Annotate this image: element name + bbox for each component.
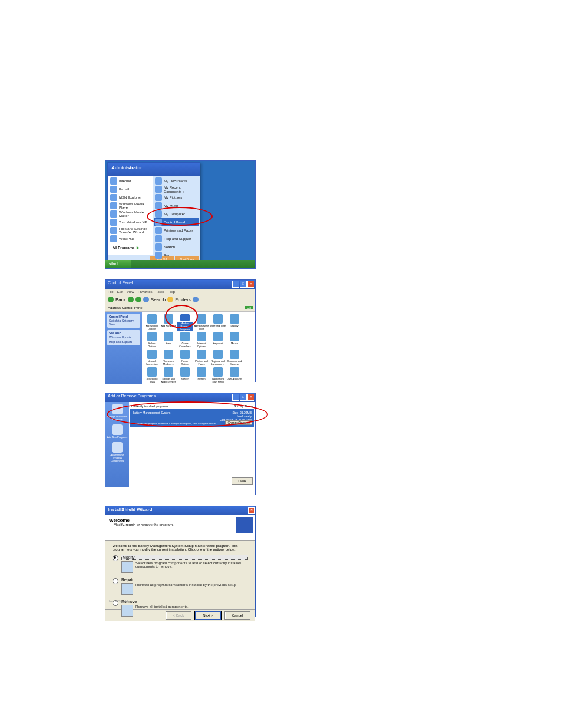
close-button[interactable]: Close [232, 477, 253, 485]
cp-icon-keyboard[interactable]: Keyboard [210, 332, 226, 348]
cp-icon-mouse[interactable]: Mouse [227, 332, 242, 348]
cp-icon-display[interactable]: Display [227, 314, 242, 331]
cp-icon-date-and-time[interactable]: Date and Time [210, 314, 226, 331]
search-label[interactable]: Search [151, 297, 166, 302]
screenshot-start-menu: Administrator Internet E-mail MSN Explor… [105, 160, 256, 269]
start-item-mydocs[interactable]: My Documents [154, 177, 199, 185]
menu-view[interactable]: View [127, 290, 134, 294]
back-icon[interactable] [108, 297, 114, 302]
cp-icon-taskbar-and-start-menu[interactable]: Taskbar and Start Menu [210, 367, 226, 384]
cp-icon-add-or-remove-programs[interactable]: Add or Remove Programs [177, 314, 193, 331]
windows-components-tab[interactable]: Add/Remove Windows Components [106, 442, 128, 462]
add-new-programs-tab[interactable]: Add New Programs [106, 424, 128, 439]
start-button[interactable]: start [105, 260, 131, 268]
cp-icon-user-accounts[interactable]: User Accounts [227, 367, 242, 384]
folders-icon[interactable] [167, 297, 173, 302]
applet-label: Display [230, 324, 238, 327]
cp-icon-network-connections[interactable]: Network Connections [144, 350, 160, 366]
maximize-button[interactable]: □ [240, 281, 247, 288]
program-name: Battery Management System [133, 411, 170, 414]
cp-icon-administrative-tools[interactable]: Administrative Tools [194, 314, 209, 331]
cp-icon-speech[interactable]: Speech [177, 367, 193, 384]
sort-by-value[interactable]: Name [245, 404, 253, 408]
modify-icon [121, 561, 133, 573]
folders-label[interactable]: Folders [175, 297, 191, 302]
minimize-button[interactable]: _ [232, 281, 239, 288]
applet-label: Sounds and Audio Devices [161, 377, 176, 383]
cp-icon-power-options[interactable]: Power Options [177, 350, 193, 366]
start-item-internet[interactable]: Internet [109, 177, 151, 185]
start-item-recent[interactable]: My Recent Documents ▸ [154, 185, 199, 193]
start-item-msn[interactable]: MSN Explorer [109, 193, 151, 202]
search-icon[interactable] [143, 297, 149, 302]
applet-label: Regional and Language ... [210, 360, 226, 365]
cp-icon-game-controllers[interactable]: Game Controllers [177, 332, 193, 348]
start-item-music[interactable]: My Music [154, 202, 199, 210]
cp-icon-scheduled-tasks[interactable]: Scheduled Tasks [144, 367, 160, 384]
minimize-button[interactable]: _ [232, 394, 239, 401]
cp-icon-scanners-and-cameras[interactable]: Scanners and Cameras [227, 350, 242, 366]
start-item-moviemaker[interactable]: Windows Movie Maker [109, 210, 151, 218]
help-support-link[interactable]: Help and Support [109, 340, 138, 344]
address-value[interactable]: Control Panel [122, 306, 143, 309]
all-programs[interactable]: All Programs [109, 243, 151, 249]
start-item-mycomputer[interactable]: My Computer [154, 210, 199, 218]
menu-favorites[interactable]: Favorites [138, 290, 153, 294]
switch-category-view-link[interactable]: Switch to Category View [109, 318, 138, 327]
back-button[interactable]: < Back [166, 611, 191, 620]
change-remove-programs-tab[interactable]: Change or Remove Programs [106, 404, 128, 421]
cp-icon-printers-and-faxes[interactable]: Printers and Faxes [194, 350, 209, 366]
cp-icon-fonts[interactable]: Fonts [161, 332, 176, 348]
views-icon[interactable] [193, 297, 199, 302]
cp-icon-sounds-and-audio-devices[interactable]: Sounds and Audio Devices [161, 367, 176, 384]
menu-edit[interactable]: Edit [117, 290, 123, 294]
cancel-button[interactable]: Cancel [224, 611, 250, 620]
maximize-button[interactable]: □ [240, 394, 247, 401]
applet-label: User Accounts [227, 377, 242, 380]
cp-icon-internet-options[interactable]: Internet Options [194, 332, 209, 348]
applet-icon [197, 332, 206, 341]
start-item-tour[interactable]: Tour Windows XP [109, 218, 151, 226]
next-button[interactable]: Next > [195, 611, 221, 620]
radio-repair[interactable] [113, 578, 118, 584]
cp-icon-accessibility-options[interactable]: Accessibility Options [144, 314, 160, 331]
menu-help[interactable]: Help [168, 290, 175, 294]
arp-sidebar: Change or Remove Programs Add New Progra… [105, 402, 129, 487]
cp-icon-phone-and-modem-[interactable]: Phone and Modem ... [161, 350, 176, 366]
start-item-control-panel[interactable]: Control Panel [154, 218, 199, 226]
close-button[interactable]: × [247, 394, 254, 401]
cp-icon-add-hardware[interactable]: Add Hardware [161, 314, 176, 331]
start-item-printers[interactable]: Printers and Faxes [154, 226, 199, 235]
applet-icon [213, 350, 223, 359]
start-item-run[interactable]: Run... [154, 251, 199, 259]
windows-update-link[interactable]: Windows Update [109, 335, 138, 340]
back-label[interactable]: Back [115, 297, 126, 302]
option-repair[interactable]: Repair Reinstall all program components … [113, 578, 248, 595]
menu-file[interactable]: File [108, 290, 114, 294]
cp-icon-regional-and-language-[interactable]: Regional and Language ... [210, 350, 226, 366]
start-item-wmp[interactable]: Windows Media Player [109, 202, 151, 210]
forward-icon[interactable] [128, 297, 134, 302]
radio-modify[interactable] [113, 555, 118, 561]
start-item-fstw[interactable]: Files and Settings Transfer Wizard [109, 226, 151, 235]
go-button[interactable]: Go [245, 306, 253, 309]
start-item-search[interactable]: Search [154, 243, 199, 251]
menu-tools[interactable]: Tools [156, 290, 164, 294]
applet-icon [230, 314, 239, 324]
change-remove-button[interactable]: Change/Remove [225, 420, 252, 425]
applet-icon [213, 367, 223, 377]
option-modify[interactable]: Modify Select new program components to … [113, 555, 248, 573]
start-item-email[interactable]: E-mail [109, 185, 151, 193]
cp-icon-folder-options[interactable]: Folder Options [144, 332, 160, 348]
start-item-wordpad[interactable]: WordPad [109, 235, 151, 243]
program-entry-selected[interactable]: Battery Management System Size 26.92MB U… [130, 409, 254, 427]
start-item-pictures[interactable]: My Pictures [154, 193, 199, 202]
close-button[interactable]: × [248, 507, 255, 514]
close-button[interactable]: × [247, 281, 254, 288]
start-menu-user: Administrator [108, 163, 200, 176]
applet-label: Folder Options [144, 342, 160, 348]
up-icon[interactable] [135, 297, 141, 302]
applet-label: Fonts [166, 342, 171, 345]
start-item-help[interactable]: Help and Support [154, 235, 199, 243]
cp-icon-system[interactable]: System [194, 367, 209, 384]
